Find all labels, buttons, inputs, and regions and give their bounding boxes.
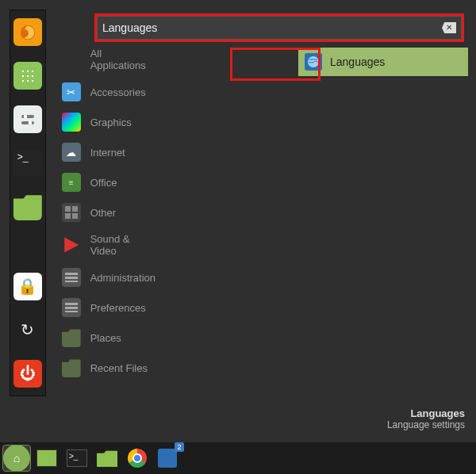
scissors-icon: ✂ bbox=[62, 82, 81, 101]
category-preferences[interactable]: Preferences bbox=[62, 298, 155, 317]
globe-icon bbox=[158, 449, 177, 468]
mint-logo-icon: ⌂ bbox=[3, 445, 30, 472]
category-graphics[interactable]: Graphics bbox=[62, 113, 155, 132]
search-input[interactable] bbox=[102, 21, 442, 34]
category-label: Other bbox=[90, 207, 117, 219]
taskbar: ⌂ >_ 2 bbox=[0, 442, 476, 474]
play-icon bbox=[62, 235, 81, 254]
taskbar-languages[interactable]: 2 bbox=[154, 445, 181, 471]
app-description-title: Languages bbox=[387, 407, 465, 419]
chrome-icon bbox=[128, 449, 147, 468]
search-row: ✕ bbox=[97, 16, 462, 40]
category-administration[interactable]: Administration bbox=[62, 268, 155, 287]
category-internet[interactable]: ☁ Internet bbox=[62, 143, 155, 162]
folder-icon bbox=[62, 328, 81, 347]
app-description-subtitle: Language settings bbox=[387, 419, 465, 430]
globe-icon bbox=[305, 53, 322, 71]
grid-icon bbox=[62, 203, 81, 222]
folder-icon bbox=[62, 358, 81, 377]
taskbar-files[interactable] bbox=[94, 445, 121, 471]
category-label: Sound & Video bbox=[90, 233, 155, 257]
category-label: Administration bbox=[90, 272, 155, 284]
category-label: Recent Files bbox=[90, 362, 148, 374]
taskbar-show-desktop[interactable] bbox=[33, 445, 60, 471]
svg-point-3 bbox=[24, 114, 28, 118]
category-label: Graphics bbox=[90, 117, 132, 128]
terminal-icon[interactable]: >_ bbox=[13, 149, 42, 177]
lock-icon[interactable]: 🔒 bbox=[13, 273, 42, 300]
category-label: Preferences bbox=[90, 302, 146, 314]
shutdown-icon[interactable]: ⏻ bbox=[13, 360, 42, 388]
taskbar-chrome[interactable] bbox=[124, 445, 151, 471]
settings-icon[interactable] bbox=[13, 105, 42, 133]
svg-rect-1 bbox=[21, 115, 34, 118]
admin-icon bbox=[62, 268, 81, 287]
category-label: All Applications bbox=[90, 48, 155, 71]
svg-rect-2 bbox=[21, 121, 34, 124]
clear-search-icon[interactable]: ✕ bbox=[442, 22, 456, 33]
result-languages[interactable]: Languages bbox=[298, 48, 468, 76]
firefox-icon[interactable] bbox=[13, 18, 42, 46]
logout-icon[interactable]: ↻ bbox=[13, 316, 42, 344]
categories-column: All Applications ✂ Accessories Graphics … bbox=[57, 10, 155, 396]
preferences-icon bbox=[62, 298, 81, 317]
app-description: Languages Language settings bbox=[387, 407, 465, 430]
window-count-badge: 2 bbox=[175, 442, 184, 452]
category-office[interactable]: ≡ Office bbox=[62, 173, 155, 192]
category-recent-files[interactable]: Recent Files bbox=[62, 358, 155, 377]
search-box[interactable]: ✕ bbox=[97, 16, 462, 40]
category-label: Accessories bbox=[90, 86, 146, 98]
favorites-sidebar: >_ 🔒 ↻ ⏻ bbox=[10, 10, 46, 396]
cloud-icon: ☁ bbox=[62, 143, 81, 162]
category-label: Office bbox=[90, 177, 117, 189]
category-label: Places bbox=[90, 332, 121, 344]
palette-icon bbox=[62, 113, 81, 132]
category-sound-video[interactable]: Sound & Video bbox=[62, 233, 155, 257]
files-icon[interactable] bbox=[13, 193, 42, 220]
category-accessories[interactable]: ✂ Accessories bbox=[62, 82, 155, 101]
application-menu: >_ 🔒 ↻ ⏻ ✕ All Applications ✂ Accessorie… bbox=[0, 0, 476, 396]
category-label: Internet bbox=[90, 147, 125, 159]
category-places[interactable]: Places bbox=[62, 328, 155, 347]
results-column: Languages bbox=[298, 48, 468, 396]
start-menu-button[interactable]: ⌂ bbox=[3, 445, 30, 471]
category-all-applications[interactable]: All Applications bbox=[62, 48, 155, 71]
taskbar-terminal[interactable]: >_ bbox=[63, 445, 90, 471]
office-icon: ≡ bbox=[62, 173, 81, 192]
app-grid-icon[interactable] bbox=[13, 62, 42, 90]
result-label: Languages bbox=[330, 55, 385, 68]
svg-point-4 bbox=[29, 120, 33, 124]
category-other[interactable]: Other bbox=[62, 203, 155, 222]
